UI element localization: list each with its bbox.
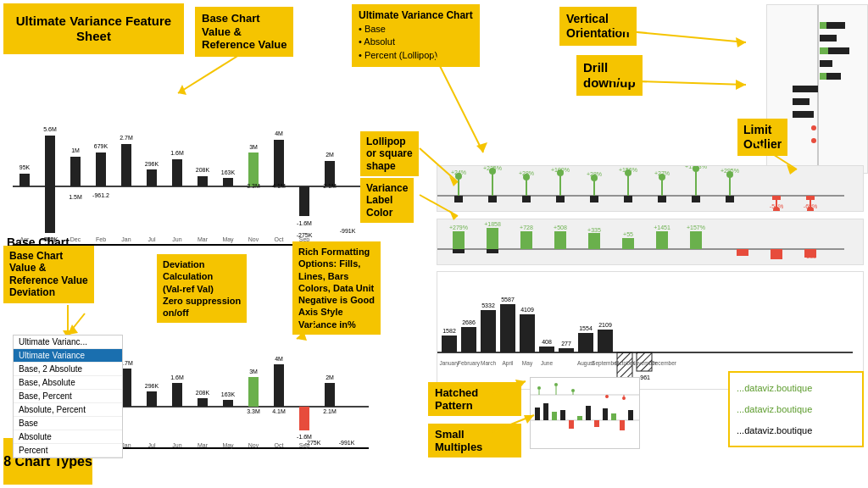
svg-rect-179 — [487, 249, 498, 253]
svg-rect-63 — [147, 391, 157, 407]
svg-rect-26 — [274, 140, 284, 186]
dropdown-item-4[interactable]: Base, Percent — [14, 390, 122, 403]
svg-text:Jun: Jun — [172, 442, 181, 448]
callout-limit-outlier: LimitOutlier — [737, 119, 787, 156]
small-multiples-chart — [530, 377, 640, 449]
svg-rect-161 — [520, 231, 532, 249]
svg-text:4M: 4M — [275, 130, 283, 136]
dropdown-item-8[interactable]: Percent — [14, 444, 122, 458]
svg-rect-154 — [806, 196, 815, 200]
svg-text:December: December — [651, 360, 677, 366]
svg-text:163K: 163K — [221, 169, 236, 175]
svg-text:+225%: +225% — [483, 165, 502, 171]
dropdown-item-6[interactable]: Base — [14, 417, 122, 430]
svg-rect-159 — [487, 228, 498, 249]
svg-rect-104 — [793, 111, 814, 118]
svg-rect-147 — [556, 196, 565, 202]
svg-rect-157 — [453, 231, 465, 249]
svg-text:296K: 296K — [145, 383, 159, 389]
svg-rect-227 — [628, 410, 633, 420]
dataviz-line-1: ...dataviz.boutique — [737, 383, 855, 393]
svg-text:+24%: +24% — [451, 169, 466, 175]
svg-text:-1.6M: -1.6M — [297, 220, 312, 226]
svg-rect-69 — [223, 400, 233, 407]
chart-type-dropdown[interactable]: Ultimate Varianc... Ultimate Variance Ba… — [13, 335, 123, 458]
svg-text:+335: +335 — [587, 227, 601, 233]
dropdown-item-5[interactable]: Absolute, Percent — [14, 403, 122, 417]
svg-rect-146 — [522, 196, 531, 202]
svg-text:1.6M: 1.6M — [170, 150, 184, 156]
svg-text:163K: 163K — [221, 391, 236, 397]
svg-text:-961: -961 — [638, 374, 650, 380]
svg-point-109 — [811, 138, 816, 143]
svg-rect-165 — [588, 233, 600, 249]
svg-text:5.6M: 5.6M — [43, 126, 57, 132]
svg-rect-3 — [45, 186, 55, 233]
svg-text:+728: +728 — [520, 225, 533, 230]
svg-rect-189 — [520, 314, 535, 352]
svg-text:February: February — [458, 360, 481, 367]
svg-text:+156%: +156% — [619, 167, 637, 173]
dataviz-boutique-box: ...dataviz.boutique ...dataviz.boutique … — [728, 371, 864, 447]
svg-rect-106 — [820, 47, 828, 54]
dropdown-item-7[interactable]: Absolute — [14, 430, 122, 444]
svg-rect-225 — [611, 413, 616, 420]
svg-text:Mar: Mar — [198, 442, 209, 448]
svg-text:Jun: Jun — [172, 236, 181, 242]
dropdown-item-3[interactable]: Base, Absolute — [14, 376, 122, 390]
svg-rect-29 — [299, 186, 309, 216]
svg-rect-224 — [603, 408, 608, 420]
svg-text:2M: 2M — [326, 152, 334, 158]
svg-text:Nov: Nov — [248, 236, 259, 242]
svg-text:+28%: +28% — [587, 171, 602, 177]
svg-text:Nov: Nov — [248, 442, 259, 448]
dropdown-item-2[interactable]: Base, 2 Absolute — [14, 363, 122, 376]
hatched-pattern-label: Hatched Pattern — [428, 382, 521, 416]
callout-base-chart-deviation: Base ChartValue &Reference ValueDeviatio… — [3, 246, 94, 303]
svg-rect-19 — [198, 176, 208, 186]
callout-base-chart-value: Base ChartValue &Reference Value — [195, 7, 293, 57]
svg-text:4.1M: 4.1M — [272, 183, 286, 189]
callout-vertical-orientation: VerticalOrientation — [559, 7, 637, 46]
lollipop-chart-row: +24% +225% +28% +100% +28% +156% +27% +1… — [437, 165, 864, 212]
svg-rect-226 — [620, 420, 625, 430]
svg-rect-169 — [656, 231, 668, 249]
svg-text:3.3M: 3.3M — [247, 183, 260, 189]
svg-text:Oct: Oct — [275, 236, 284, 242]
svg-text:2109: 2109 — [598, 322, 612, 328]
callout-drill-down: Drilldown/up — [576, 55, 643, 96]
svg-text:2.1M: 2.1M — [323, 183, 337, 189]
svg-rect-217 — [543, 403, 548, 420]
main-chart: 95K -585K 5.6M 1M 1.5M 679K -961.2 2.7M … — [13, 59, 369, 246]
svg-rect-10 — [96, 152, 106, 186]
svg-text:+28%: +28% — [519, 170, 534, 176]
svg-text:2686: 2686 — [462, 319, 476, 325]
dropdown-item-0[interactable]: Ultimate Varianc... — [14, 336, 122, 349]
svg-text:May: May — [522, 360, 533, 367]
svg-text:+100%: +100% — [551, 167, 570, 173]
svg-rect-77 — [299, 407, 309, 430]
small-multiples-label: Small Multiples — [428, 424, 521, 458]
callout-deviation-calc: DeviationCalculation(Val-ref Val)Zero su… — [157, 254, 247, 323]
svg-text:May: May — [222, 442, 234, 449]
svg-rect-65 — [172, 383, 182, 407]
svg-text:Jul: Jul — [148, 236, 156, 242]
svg-text:May: May — [222, 236, 234, 243]
svg-rect-163 — [554, 231, 566, 249]
svg-rect-178 — [453, 249, 465, 253]
svg-text:Jul: Jul — [148, 442, 156, 448]
svg-rect-183 — [461, 327, 476, 352]
svg-text:Dec: Dec — [70, 236, 81, 242]
svg-text:208K: 208K — [196, 390, 210, 396]
svg-text:277: 277 — [561, 341, 571, 347]
dropdown-item-1[interactable]: Ultimate Variance — [14, 349, 122, 363]
svg-rect-5 — [45, 136, 55, 186]
svg-marker-242 — [476, 142, 487, 152]
svg-rect-219 — [560, 410, 565, 420]
svg-text:June: June — [541, 360, 553, 366]
svg-text:Oct: Oct — [275, 442, 284, 448]
svg-rect-216 — [535, 408, 540, 420]
svg-text:March: March — [481, 360, 496, 366]
svg-rect-15 — [147, 169, 157, 186]
svg-rect-145 — [488, 196, 497, 202]
